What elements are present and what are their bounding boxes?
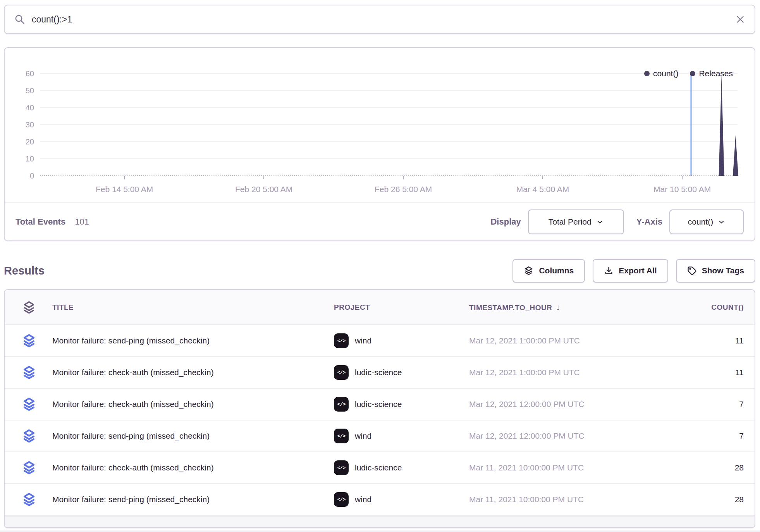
row-timestamp: Mar 12, 2021 12:00:00 PM UTC <box>465 400 677 409</box>
svg-text:50: 50 <box>26 86 34 95</box>
row-project[interactable]: </> ludic-science <box>330 460 465 475</box>
row-count: 7 <box>677 400 755 409</box>
row-project[interactable]: </> ludic-science <box>330 365 465 380</box>
chevron-down-icon <box>596 218 604 226</box>
search-icon <box>14 14 26 25</box>
y-axis-dropdown[interactable]: count() <box>669 209 744 234</box>
row-count: 28 <box>677 463 755 472</box>
sort-desc-icon: ↓ <box>556 303 560 312</box>
row-timestamp: Mar 12, 2021 1:00:00 PM UTC <box>465 368 677 377</box>
display-label: Display <box>490 217 521 227</box>
svg-text:40: 40 <box>26 103 34 112</box>
table-row[interactable]: Monitor failure: check-auth (missed_chec… <box>5 357 755 389</box>
table-row[interactable]: Monitor failure: check-auth (missed_chec… <box>5 389 755 420</box>
show-tags-button-label: Show Tags <box>702 266 744 275</box>
table-actions: Columns Export All Show Tags <box>512 259 755 283</box>
stack-icon[interactable] <box>21 364 38 381</box>
row-timestamp: Mar 12, 2021 12:00:00 PM UTC <box>465 431 677 441</box>
layers-icon[interactable] <box>21 299 37 316</box>
row-count: 7 <box>677 431 755 441</box>
svg-text:60: 60 <box>26 69 34 78</box>
legend-dot-releases <box>690 71 695 76</box>
project-name: wind <box>355 495 371 504</box>
total-events-label: Total Events <box>15 217 65 227</box>
table-row[interactable]: Monitor failure: send-ping (missed_check… <box>5 325 755 357</box>
results-header-row: Results Columns Export All <box>4 259 755 283</box>
stack-icon[interactable] <box>21 459 38 476</box>
svg-text:Feb 26 5:00 AM: Feb 26 5:00 AM <box>375 185 432 194</box>
column-header-title[interactable]: TITLE <box>48 303 330 312</box>
svg-text:Mar 4 5:00 AM: Mar 4 5:00 AM <box>516 185 569 194</box>
row-timestamp: Mar 11, 2021 10:00:00 PM UTC <box>465 463 677 472</box>
row-timestamp: Mar 12, 2021 1:00:00 PM UTC <box>465 336 677 345</box>
total-events: Total Events 101 <box>15 217 89 227</box>
svg-text:Feb 20 5:00 AM: Feb 20 5:00 AM <box>235 185 292 194</box>
events-chart[interactable]: 0102030405060Feb 14 5:00 AMFeb 20 5:00 A… <box>5 48 755 204</box>
table-row[interactable]: Monitor failure: send-ping (missed_check… <box>5 420 755 452</box>
column-header-count[interactable]: COUNT() <box>677 303 755 312</box>
svg-text:10: 10 <box>26 154 34 163</box>
stack-icon[interactable] <box>21 491 38 508</box>
row-project[interactable]: </> wind <box>330 429 465 443</box>
total-events-value: 101 <box>75 217 89 227</box>
column-header-project[interactable]: PROJECT <box>330 303 465 312</box>
legend-label-count: count() <box>653 69 678 78</box>
svg-text:Mar 10 5:00 AM: Mar 10 5:00 AM <box>653 185 711 194</box>
download-icon <box>604 266 614 276</box>
chart-legend: count() Releases <box>644 69 733 78</box>
project-name: wind <box>355 431 371 441</box>
columns-button[interactable]: Columns <box>512 259 585 283</box>
stack-icon[interactable] <box>21 427 38 444</box>
clear-search-icon[interactable] <box>735 14 745 24</box>
row-title[interactable]: Monitor failure: send-ping (missed_check… <box>48 431 330 441</box>
page-bottom-divider <box>0 530 760 532</box>
row-title[interactable]: Monitor failure: send-ping (missed_check… <box>48 495 330 504</box>
legend-item-releases[interactable]: Releases <box>690 69 733 78</box>
table-footer <box>5 516 755 527</box>
search-bar <box>4 5 755 34</box>
display-dropdown[interactable]: Total Period <box>528 209 624 234</box>
svg-text:Feb 14 5:00 AM: Feb 14 5:00 AM <box>96 185 153 194</box>
export-all-button[interactable]: Export All <box>593 259 668 283</box>
discover-page: 0102030405060Feb 14 5:00 AMFeb 20 5:00 A… <box>0 0 760 532</box>
chart-panel: 0102030405060Feb 14 5:00 AMFeb 20 5:00 A… <box>4 47 755 241</box>
legend-item-count[interactable]: count() <box>644 69 678 78</box>
search-input[interactable] <box>32 14 735 25</box>
platform-icon: </> <box>334 397 349 412</box>
stack-icon[interactable] <box>21 396 38 413</box>
legend-dot-count <box>644 71 650 76</box>
row-project[interactable]: </> wind <box>330 333 465 348</box>
chart-footer: Total Events 101 Display Total Period Y-… <box>5 203 755 240</box>
table-row[interactable]: Monitor failure: send-ping (missed_check… <box>5 484 755 516</box>
row-project[interactable]: </> ludic-science <box>330 397 465 412</box>
display-dropdown-value: Total Period <box>549 217 591 227</box>
row-title[interactable]: Monitor failure: check-auth (missed_chec… <box>48 400 330 409</box>
row-title[interactable]: Monitor failure: check-auth (missed_chec… <box>48 463 330 472</box>
y-axis-dropdown-value: count() <box>688 217 713 227</box>
layers-icon <box>524 266 534 276</box>
stack-icon[interactable] <box>21 332 38 349</box>
show-tags-button[interactable]: Show Tags <box>676 259 755 283</box>
row-title[interactable]: Monitor failure: send-ping (missed_check… <box>48 336 330 345</box>
project-name: wind <box>355 336 371 345</box>
row-project[interactable]: </> wind <box>330 492 465 507</box>
results-heading: Results <box>4 264 45 277</box>
column-header-timestamp[interactable]: TIMESTAMP.TO_HOUR↓ <box>465 303 677 312</box>
platform-icon: </> <box>334 429 349 443</box>
project-name: ludic-science <box>355 400 402 409</box>
row-count: 11 <box>677 336 755 345</box>
chevron-down-icon <box>718 218 725 226</box>
table-body: Monitor failure: send-ping (missed_check… <box>5 325 755 516</box>
row-count: 11 <box>677 368 755 377</box>
platform-icon: </> <box>334 492 349 507</box>
table-header: TITLE PROJECT TIMESTAMP.TO_HOUR↓ COUNT() <box>5 290 755 325</box>
y-axis-label: Y-Axis <box>636 217 662 227</box>
row-title[interactable]: Monitor failure: check-auth (missed_chec… <box>48 368 330 377</box>
platform-icon: </> <box>334 460 349 475</box>
svg-text:0: 0 <box>30 172 34 180</box>
results-table: TITLE PROJECT TIMESTAMP.TO_HOUR↓ COUNT()… <box>4 289 755 528</box>
row-count: 28 <box>677 495 755 504</box>
table-row[interactable]: Monitor failure: check-auth (missed_chec… <box>5 452 755 484</box>
platform-icon: </> <box>334 365 349 380</box>
row-timestamp: Mar 11, 2021 10:00:00 PM UTC <box>465 495 677 504</box>
